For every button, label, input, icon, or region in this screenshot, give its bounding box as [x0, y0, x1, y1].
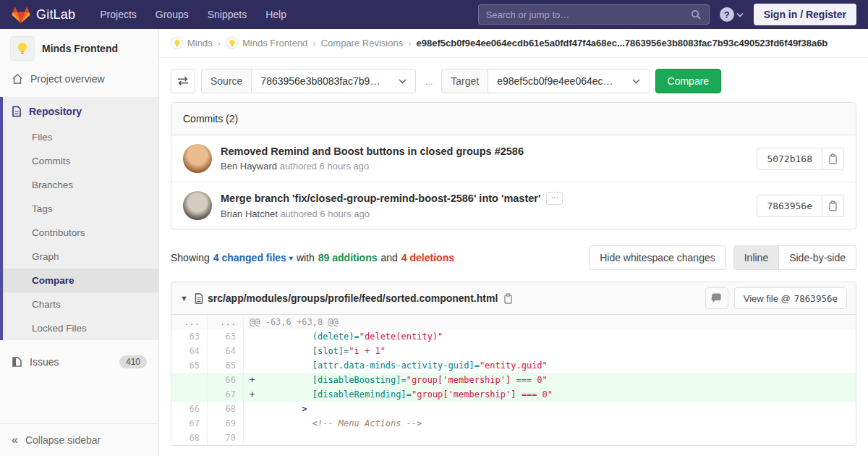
diff-old-line-number[interactable]: [171, 373, 208, 387]
diff-row: 67+ [disableReminding]="group['membershi…: [171, 387, 856, 402]
sidebar-item-graph[interactable]: Graph: [3, 245, 158, 269]
global-search[interactable]: [478, 4, 710, 25]
ref-range-separator: ...: [425, 76, 433, 87]
collapse-diff-caret-icon[interactable]: ▼: [180, 294, 188, 303]
commit-sha-group: 5072b168: [757, 148, 844, 170]
side-by-side-view-button[interactable]: Side-by-side: [779, 245, 856, 270]
diff-new-line-number[interactable]: 69: [208, 416, 244, 431]
group-avatar-icon: [171, 37, 183, 49]
view-file-button[interactable]: View file @ 7863956e: [734, 287, 847, 309]
diff-new-line-number[interactable]: 68: [208, 402, 244, 416]
sidebar-item-project-overview[interactable]: Project overview: [0, 67, 158, 91]
source-ref-value: 7863956e3b8083fac7b9…: [260, 75, 380, 87]
commit-author-name[interactable]: Brian Hatchet: [221, 208, 278, 219]
sidebar-item-commits[interactable]: Commits: [3, 149, 158, 173]
diff-file-path[interactable]: src/app/modules/groups/profile/feed/sort…: [208, 292, 498, 304]
commits-panel: Commits (2) Removed Remind and Boost but…: [171, 102, 856, 229]
diff-old-line-number[interactable]: [171, 387, 208, 402]
commit-author-name[interactable]: Ben Hayward: [221, 161, 277, 172]
breadcrumb-separator: ›: [218, 38, 221, 48]
main-content: Minds › Minds Frontend › Compare Revisio…: [159, 29, 868, 456]
sidebar-item-branches[interactable]: Branches: [3, 173, 158, 197]
sidebar-item-files[interactable]: Files: [3, 125, 158, 149]
diff-old-line-number[interactable]: 64: [171, 344, 208, 358]
commit-author-avatar[interactable]: [183, 191, 212, 220]
issues-count-badge: 410: [119, 355, 147, 368]
diff-new-line-number[interactable]: 66: [208, 373, 244, 387]
toggle-comments-button[interactable]: [705, 287, 728, 309]
sidebar-project-link[interactable]: Minds Frontend: [0, 29, 158, 67]
commit-row: Removed Remind and Boost buttons in clos…: [171, 135, 856, 182]
project-sidebar: Minds Frontend Project overview Reposito…: [0, 29, 159, 456]
changed-files-dropdown[interactable]: 4 changed files ▾: [213, 252, 293, 263]
menu-help[interactable]: Help: [257, 1, 295, 28]
commit-meta: Ben Hayward authored 6 hours ago: [221, 161, 524, 172]
target-ref-dropdown[interactable]: e98ef5cb0f9e4ee064ec…: [488, 69, 649, 93]
diff-new-line-number[interactable]: 67: [208, 387, 244, 402]
diff-old-line-number[interactable]: 67: [171, 416, 208, 431]
swap-arrows-icon: [177, 76, 189, 86]
diff-new-line-number[interactable]: ...: [208, 315, 244, 329]
copy-sha-button[interactable]: [822, 148, 844, 170]
menu-projects[interactable]: Projects: [91, 1, 145, 28]
commit-author-avatar[interactable]: [183, 144, 212, 173]
diff-new-line-number[interactable]: 65: [208, 358, 244, 373]
search-icon[interactable]: [691, 9, 702, 20]
gitlab-logo[interactable]: GitLab: [12, 6, 75, 24]
help-dropdown[interactable]: ?: [720, 7, 744, 22]
sidebar-item-repository[interactable]: Repository: [3, 97, 158, 125]
commit-description-expander[interactable]: ···: [546, 192, 563, 205]
top-navbar: GitLab Projects Groups Snippets Help ? S…: [0, 0, 868, 29]
diff-old-line-number[interactable]: 68: [171, 431, 208, 445]
diff-old-line-number[interactable]: 65: [171, 358, 208, 373]
breadcrumb-minds[interactable]: Minds: [171, 37, 213, 49]
commit-sha[interactable]: 7863956e: [757, 195, 822, 217]
sidebar-item-locked-files[interactable]: Locked Files: [3, 316, 158, 340]
sign-in-register-button[interactable]: Sign in / Register: [754, 4, 856, 25]
commit-title-link[interactable]: Merge branch 'fix/closed-group-remind-bo…: [221, 193, 540, 204]
diff-old-line-number[interactable]: 66: [171, 402, 208, 416]
collapse-sidebar-label: Collapse sidebar: [25, 434, 101, 446]
breadcrumb: Minds › Minds Frontend › Compare Revisio…: [159, 29, 868, 58]
commit-authored-time: authored 6 hours ago: [277, 161, 369, 172]
copy-sha-button[interactable]: [822, 195, 844, 217]
chevron-down-icon: [399, 79, 407, 84]
commit-sha[interactable]: 5072b168: [757, 148, 822, 170]
breadcrumb-minds-frontend[interactable]: Minds Frontend: [226, 37, 307, 49]
diff-new-line-number[interactable]: 70: [208, 431, 244, 445]
sidebar-item-charts[interactable]: Charts: [3, 292, 158, 316]
commit-info: Merge branch 'fix/closed-group-remind-bo…: [221, 192, 563, 219]
diff-line-content: [attr.data-minds-activity-guid]="entity.…: [244, 358, 856, 373]
caret-down-icon: ▾: [289, 254, 293, 262]
navbar-right: ? Sign in / Register: [478, 4, 856, 25]
showing-label: Showing: [171, 252, 210, 263]
sidebar-item-label: Project overview: [30, 73, 105, 85]
commit-title-link[interactable]: Removed Remind and Boost buttons in clos…: [221, 145, 524, 157]
inline-view-button[interactable]: Inline: [733, 245, 779, 270]
source-ref-group: Source 7863956e3b8083fac7b9…: [201, 69, 416, 93]
compare-revisions-form: Source 7863956e3b8083fac7b9… ... Target …: [171, 69, 856, 93]
diff-old-line-number[interactable]: 63: [171, 329, 208, 344]
hide-whitespace-button[interactable]: Hide whitespace changes: [589, 245, 726, 270]
diff-new-line-number[interactable]: 63: [208, 329, 244, 344]
sidebar-item-issues[interactable]: Issues 410: [0, 349, 158, 375]
sidebar-item-tags[interactable]: Tags: [3, 197, 158, 221]
repo-subnav: FilesCommitsBranchesTagsContributorsGrap…: [3, 125, 158, 340]
changed-files-count: 4 changed files: [213, 252, 286, 263]
diff-new-line-number[interactable]: 64: [208, 344, 244, 358]
breadcrumb-compare-revisions[interactable]: Compare Revisions: [321, 38, 403, 48]
menu-snippets[interactable]: Snippets: [199, 1, 255, 28]
copy-path-icon[interactable]: [503, 293, 513, 304]
collapse-sidebar-button[interactable]: « Collapse sidebar: [0, 423, 158, 456]
menu-groups[interactable]: Groups: [147, 1, 197, 28]
sidebar-item-contributors[interactable]: Contributors: [3, 221, 158, 245]
swap-revisions-button[interactable]: [171, 69, 195, 93]
help-icon[interactable]: ?: [720, 7, 734, 22]
diff-row: 6464 [slot]="i + 1": [171, 344, 856, 358]
diff-file-header: ▼ src/app/modules/groups/profile/feed/so…: [171, 282, 856, 315]
search-input[interactable]: [486, 9, 691, 20]
diff-old-line-number[interactable]: ...: [171, 315, 208, 329]
compare-button[interactable]: Compare: [655, 69, 722, 93]
source-ref-dropdown[interactable]: 7863956e3b8083fac7b9…: [252, 69, 416, 93]
sidebar-item-compare[interactable]: Compare: [3, 269, 158, 292]
